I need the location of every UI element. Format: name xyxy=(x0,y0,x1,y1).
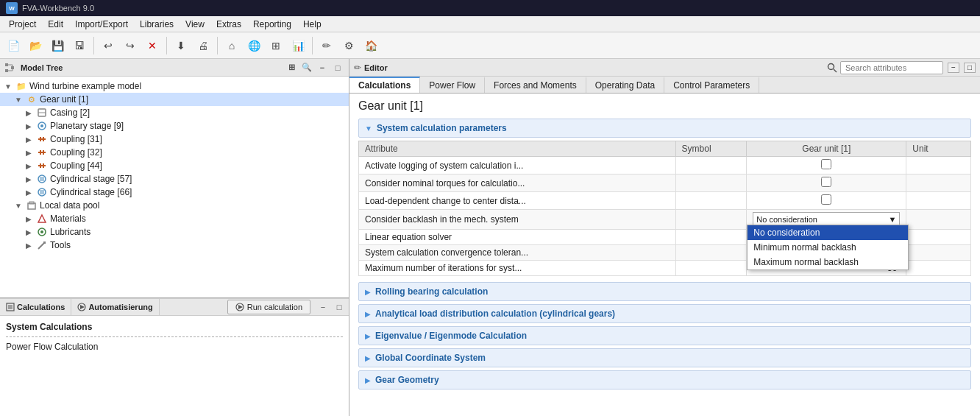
tree-cyl66-arrow[interactable]: ▶ xyxy=(24,188,34,197)
tree-coupling31-arrow[interactable]: ▶ xyxy=(24,135,34,144)
col-symbol: Symbol xyxy=(675,141,747,157)
menu-project[interactable]: Project xyxy=(3,18,42,31)
grid-button[interactable]: ⊞ xyxy=(266,35,286,56)
tree-coupling-44[interactable]: ▶ Coupling [44] xyxy=(0,159,349,172)
tree-minimize-btn[interactable]: − xyxy=(316,61,329,74)
section-global-header[interactable]: ▶ Global Coordinate System xyxy=(358,348,971,367)
menu-extras[interactable]: Extras xyxy=(210,18,247,31)
run-calc-button[interactable]: Run calculation xyxy=(227,300,310,314)
checkbox-2[interactable] xyxy=(821,177,831,187)
section-eigenvalue-header[interactable]: ▶ Eigenvalue / Eigenmode Calculation xyxy=(358,326,971,345)
calc-item-powerflow[interactable]: Power Flow Calculation xyxy=(6,340,343,353)
dropdown-option-max-backlash[interactable]: Maximum normal backlash xyxy=(748,255,908,269)
tree-tools-arrow[interactable]: ▶ xyxy=(24,242,34,250)
col-attribute: Attribute xyxy=(359,141,676,157)
menu-import-export[interactable]: Import/Export xyxy=(69,18,134,31)
undo-button[interactable]: ↩ xyxy=(98,35,118,56)
calc-item-system[interactable]: System Calculations xyxy=(6,320,343,334)
open-button[interactable]: 📂 xyxy=(25,35,46,56)
coupling-31-icon xyxy=(36,133,48,145)
tree-root-arrow[interactable]: ▼ xyxy=(3,82,13,91)
dropdown-option-min-backlash[interactable]: Minimum normal backlash xyxy=(748,240,908,255)
section-arrow-rolling: ▶ xyxy=(365,288,371,296)
tree-local-pool[interactable]: ▼ Local data pool xyxy=(0,199,349,212)
new-button[interactable]: 📄 xyxy=(3,35,24,56)
tree-icon xyxy=(4,63,15,73)
tree-pool-arrow[interactable]: ▼ xyxy=(13,202,24,210)
menu-help[interactable]: Help xyxy=(297,18,327,31)
unit-3 xyxy=(906,192,971,210)
svg-rect-1 xyxy=(5,69,8,72)
tree-materials[interactable]: ▶ Materials xyxy=(0,212,349,225)
calc-list: System Calculations Power Flow Calculati… xyxy=(0,316,349,416)
section-system-calc-header[interactable]: ▼ System calculation parameters xyxy=(358,119,971,138)
tree-icon-btn-2[interactable]: 🔍 xyxy=(300,61,313,74)
tree-casing[interactable]: ▶ Casing [2] xyxy=(0,106,349,119)
tab-forces-moments[interactable]: Forces and Moments xyxy=(485,77,586,93)
section-gear-geo-header[interactable]: ▶ Gear Geometry xyxy=(358,370,971,389)
settings-button[interactable]: ⚙ xyxy=(338,35,359,56)
house-button[interactable]: 🏠 xyxy=(361,35,381,56)
editor-minimize-btn[interactable]: − xyxy=(948,63,959,73)
tab-control-parameters[interactable]: Control Parameters xyxy=(664,77,759,93)
tree-materials-arrow[interactable]: ▶ xyxy=(24,215,34,223)
tab-power-flow[interactable]: Power Flow xyxy=(420,77,485,93)
tree-maximize-btn[interactable]: □ xyxy=(331,61,344,74)
menu-libraries[interactable]: Libraries xyxy=(134,18,180,31)
svg-rect-19 xyxy=(43,163,44,168)
section-analytical-header[interactable]: ▶ Analytical load distribution calculati… xyxy=(358,304,971,323)
save-as-button[interactable]: 🖫 xyxy=(69,35,90,56)
section-rolling-header[interactable]: ▶ Rolling bearing calculation xyxy=(358,282,971,301)
pencil-button[interactable]: ✏ xyxy=(316,35,337,56)
redo-button[interactable]: ↪ xyxy=(120,35,141,56)
search-attrs-input[interactable] xyxy=(840,61,943,74)
menu-reporting[interactable]: Reporting xyxy=(247,18,297,31)
menu-edit[interactable]: Edit xyxy=(42,18,69,31)
home-button[interactable]: ⌂ xyxy=(221,35,242,56)
tree-planetary-arrow[interactable]: ▶ xyxy=(24,122,34,130)
symbol-2 xyxy=(675,174,747,192)
folder-icon: 📁 xyxy=(15,80,27,92)
tree-cyl-66[interactable]: ▶ Cylindrical stage [66] xyxy=(0,186,349,199)
tree-gear-unit[interactable]: ▼ ⚙ Gear unit [1] xyxy=(0,93,349,106)
tree-planetary[interactable]: ▶ Planetary stage [9] xyxy=(0,119,349,133)
lubricants-icon xyxy=(36,226,48,238)
tree-cyl57-arrow[interactable]: ▶ xyxy=(24,175,34,183)
tree-lubricants-arrow[interactable]: ▶ xyxy=(24,228,34,236)
save-button[interactable]: 💾 xyxy=(47,35,68,56)
toolbar-sep-2 xyxy=(166,37,167,54)
tree-coupling44-arrow[interactable]: ▶ xyxy=(24,162,34,170)
section-analytical: ▶ Analytical load distribution calculati… xyxy=(358,304,971,323)
section-arrow-geo: ▶ xyxy=(365,376,371,384)
tree-coupling32-arrow[interactable]: ▶ xyxy=(24,149,34,157)
tree-coupling-31[interactable]: ▶ Coupling [31] xyxy=(0,133,349,146)
section-arrow-analytical: ▶ xyxy=(365,310,371,318)
tree-casing-arrow[interactable]: ▶ xyxy=(24,109,34,117)
globe-button[interactable]: 🌐 xyxy=(244,35,264,56)
symbol-1 xyxy=(675,157,747,174)
tree-cyl-57[interactable]: ▶ Cylindrical stage [57] xyxy=(0,172,349,186)
calc-minimize-btn[interactable]: − xyxy=(316,300,330,314)
chart-button[interactable]: 📊 xyxy=(288,35,308,56)
tab-calculations[interactable]: Calculations xyxy=(349,77,420,93)
tree-root[interactable]: ▼ 📁 Wind turbine example model xyxy=(0,80,349,93)
tree-icon-btn-1[interactable]: ⊞ xyxy=(285,61,298,74)
cancel-button[interactable]: ✕ xyxy=(142,35,163,56)
dropdown-option-no-consideration[interactable]: No consideration xyxy=(748,225,908,240)
svg-rect-16 xyxy=(43,150,44,155)
tree-coupling-32[interactable]: ▶ Coupling [32] xyxy=(0,146,349,159)
editor-maximize-btn[interactable]: □ xyxy=(964,63,976,73)
tree-lubricants[interactable]: ▶ Lubricants xyxy=(0,225,349,239)
import-button[interactable]: ⬇ xyxy=(171,35,191,56)
calc-tab-calculations[interactable]: Calculations xyxy=(0,299,71,315)
checkbox-3[interactable] xyxy=(821,194,831,205)
attr-label-1: Activate logging of system calculation i… xyxy=(359,157,676,174)
tab-operating-data[interactable]: Operating Data xyxy=(586,77,664,93)
calc-maximize-btn[interactable]: □ xyxy=(333,300,346,314)
checkbox-1[interactable] xyxy=(821,159,831,169)
tree-gear-arrow[interactable]: ▼ xyxy=(13,96,24,104)
print-button[interactable]: 🖨 xyxy=(193,35,213,56)
tree-tools[interactable]: ▶ Tools xyxy=(0,239,349,252)
menu-view[interactable]: View xyxy=(180,18,210,31)
calc-tab-automatisierung[interactable]: Automatisierung xyxy=(71,299,159,315)
